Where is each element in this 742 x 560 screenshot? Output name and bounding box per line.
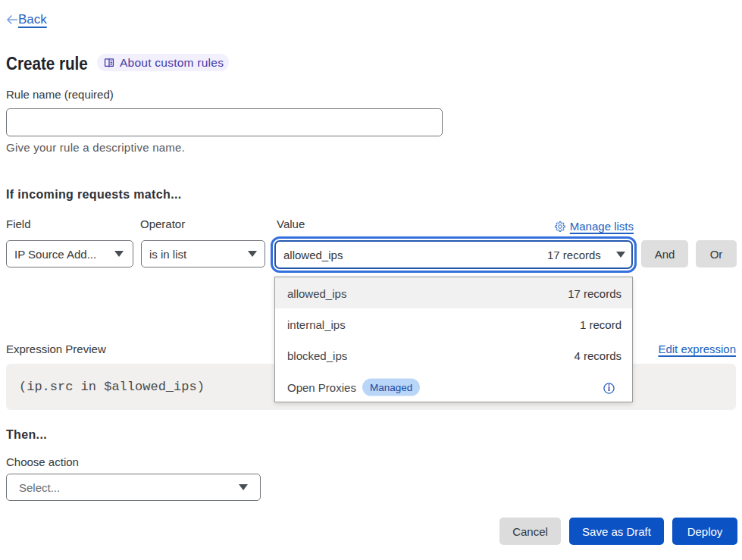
svg-text:i: i bbox=[608, 383, 611, 393]
